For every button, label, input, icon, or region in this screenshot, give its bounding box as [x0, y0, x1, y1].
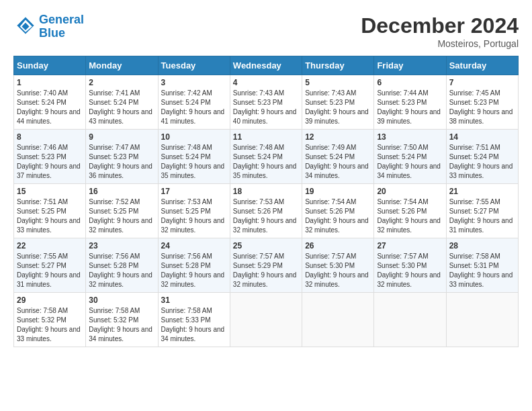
day-number: 1	[17, 78, 83, 87]
sunrise-text: Sunrise: 7:44 AM	[377, 89, 428, 97]
calendar-cell: 10Sunrise: 7:48 AMSunset: 5:24 PMDayligh…	[158, 130, 230, 184]
daylight-text: Daylight: 9 hours and 35 minutes.	[161, 163, 225, 179]
daylight-text: Daylight: 9 hours and 32 minutes.	[305, 217, 369, 234]
day-number: 25	[233, 241, 299, 250]
day-number: 9	[89, 132, 154, 142]
daylight-text: Daylight: 9 hours and 31 minutes.	[449, 217, 513, 234]
calendar-cell	[302, 293, 374, 347]
calendar-cell: 29Sunrise: 7:58 AMSunset: 5:32 PMDayligh…	[14, 293, 86, 347]
day-number: 20	[377, 187, 443, 196]
sunset-text: Sunset: 5:24 PM	[233, 153, 283, 161]
calendar-cell: 5Sunrise: 7:43 AMSunset: 5:23 PMDaylight…	[302, 75, 374, 130]
daylight-text: Daylight: 9 hours and 41 minutes.	[161, 108, 225, 125]
day-number: 11	[233, 132, 299, 142]
sunrise-text: Sunrise: 7:55 AM	[17, 253, 68, 260]
sunset-text: Sunset: 5:23 PM	[17, 153, 66, 161]
calendar-cell: 22Sunrise: 7:55 AMSunset: 5:27 PMDayligh…	[14, 238, 86, 293]
calendar-cell: 28Sunrise: 7:58 AMSunset: 5:31 PMDayligh…	[446, 238, 518, 293]
day-number: 4	[233, 78, 299, 87]
weekday-header-monday: Monday	[86, 56, 158, 75]
daylight-text: Daylight: 9 hours and 38 minutes.	[449, 108, 513, 125]
sunset-text: Sunset: 5:31 PM	[449, 262, 499, 269]
sunset-text: Sunset: 5:25 PM	[17, 208, 66, 215]
sunset-text: Sunset: 5:26 PM	[305, 208, 355, 215]
sunrise-text: Sunrise: 7:57 AM	[233, 253, 284, 260]
day-number: 14	[449, 132, 515, 142]
sunrise-text: Sunrise: 7:58 AM	[17, 307, 68, 314]
day-number: 27	[377, 241, 443, 250]
daylight-text: Daylight: 9 hours and 33 minutes.	[17, 326, 81, 342]
title-block: December 2024 Mosteiros, Portugal	[361, 13, 519, 49]
day-number: 29	[17, 295, 83, 305]
calendar-cell: 31Sunrise: 7:58 AMSunset: 5:33 PMDayligh…	[158, 293, 230, 347]
calendar-cell: 20Sunrise: 7:54 AMSunset: 5:26 PMDayligh…	[374, 184, 446, 238]
calendar-cell: 24Sunrise: 7:56 AMSunset: 5:28 PMDayligh…	[158, 238, 230, 293]
sunrise-text: Sunrise: 7:57 AM	[377, 253, 428, 260]
daylight-text: Daylight: 9 hours and 32 minutes.	[89, 271, 152, 288]
calendar-table: SundayMondayTuesdayWednesdayThursdayFrid…	[13, 56, 519, 347]
weekday-header-tuesday: Tuesday	[158, 56, 230, 75]
calendar-cell: 13Sunrise: 7:50 AMSunset: 5:24 PMDayligh…	[374, 130, 446, 184]
sunrise-text: Sunrise: 7:49 AM	[305, 144, 356, 151]
day-number: 24	[161, 241, 227, 250]
day-number: 7	[449, 78, 515, 87]
calendar-week-row: 22Sunrise: 7:55 AMSunset: 5:27 PMDayligh…	[14, 238, 519, 293]
day-number: 31	[161, 295, 227, 305]
daylight-text: Daylight: 9 hours and 43 minutes.	[89, 108, 152, 125]
calendar-cell: 15Sunrise: 7:51 AMSunset: 5:25 PMDayligh…	[14, 184, 86, 238]
day-number: 17	[161, 187, 227, 196]
sunset-text: Sunset: 5:24 PM	[161, 99, 211, 106]
weekday-header-thursday: Thursday	[302, 56, 374, 75]
calendar-cell	[374, 293, 446, 347]
daylight-text: Daylight: 9 hours and 37 minutes.	[17, 163, 81, 179]
sunrise-text: Sunrise: 7:41 AM	[89, 89, 140, 97]
sunrise-text: Sunrise: 7:52 AM	[89, 198, 140, 205]
calendar-cell: 27Sunrise: 7:57 AMSunset: 5:30 PMDayligh…	[374, 238, 446, 293]
sunset-text: Sunset: 5:32 PM	[89, 316, 138, 324]
calendar-cell: 26Sunrise: 7:57 AMSunset: 5:30 PMDayligh…	[302, 238, 374, 293]
calendar-cell: 30Sunrise: 7:58 AMSunset: 5:32 PMDayligh…	[86, 293, 158, 347]
weekday-header-friday: Friday	[374, 56, 446, 75]
sunset-text: Sunset: 5:33 PM	[161, 316, 211, 324]
daylight-text: Daylight: 9 hours and 39 minutes.	[305, 108, 369, 125]
daylight-text: Daylight: 9 hours and 33 minutes.	[17, 217, 81, 234]
sunrise-text: Sunrise: 7:43 AM	[305, 89, 356, 97]
sunset-text: Sunset: 5:25 PM	[89, 208, 138, 215]
sunrise-text: Sunrise: 7:43 AM	[233, 89, 284, 97]
day-number: 30	[89, 295, 154, 305]
daylight-text: Daylight: 9 hours and 35 minutes.	[233, 163, 297, 179]
calendar-cell: 1Sunrise: 7:40 AMSunset: 5:24 PMDaylight…	[14, 75, 86, 130]
sunrise-text: Sunrise: 7:51 AM	[17, 198, 68, 205]
sunset-text: Sunset: 5:26 PM	[377, 208, 427, 215]
daylight-text: Daylight: 9 hours and 33 minutes.	[449, 163, 513, 179]
sunrise-text: Sunrise: 7:51 AM	[449, 144, 500, 151]
day-number: 16	[89, 187, 154, 196]
location: Mosteiros, Portugal	[361, 38, 519, 49]
daylight-text: Daylight: 9 hours and 32 minutes.	[377, 271, 441, 288]
daylight-text: Daylight: 9 hours and 31 minutes.	[17, 271, 81, 288]
daylight-text: Daylight: 9 hours and 44 minutes.	[17, 108, 81, 125]
calendar-cell: 9Sunrise: 7:47 AMSunset: 5:23 PMDaylight…	[86, 130, 158, 184]
calendar-cell: 16Sunrise: 7:52 AMSunset: 5:25 PMDayligh…	[86, 184, 158, 238]
sunrise-text: Sunrise: 7:48 AM	[233, 144, 284, 151]
sunset-text: Sunset: 5:23 PM	[305, 99, 355, 106]
daylight-text: Daylight: 9 hours and 32 minutes.	[89, 217, 152, 234]
day-number: 22	[17, 241, 83, 250]
sunrise-text: Sunrise: 7:50 AM	[377, 144, 428, 151]
weekday-header-wednesday: Wednesday	[230, 56, 302, 75]
calendar-cell	[446, 293, 518, 347]
sunset-text: Sunset: 5:24 PM	[449, 153, 499, 161]
calendar-week-row: 8Sunrise: 7:46 AMSunset: 5:23 PMDaylight…	[14, 130, 519, 184]
sunrise-text: Sunrise: 7:54 AM	[377, 198, 428, 205]
calendar-week-row: 29Sunrise: 7:58 AMSunset: 5:32 PMDayligh…	[14, 293, 519, 347]
day-number: 26	[305, 241, 371, 250]
sunrise-text: Sunrise: 7:54 AM	[305, 198, 356, 205]
sunset-text: Sunset: 5:29 PM	[233, 262, 283, 269]
calendar-cell: 2Sunrise: 7:41 AMSunset: 5:24 PMDaylight…	[86, 75, 158, 130]
weekday-header-saturday: Saturday	[446, 56, 518, 75]
daylight-text: Daylight: 9 hours and 32 minutes.	[233, 217, 297, 234]
calendar-cell	[230, 293, 302, 347]
calendar-cell: 12Sunrise: 7:49 AMSunset: 5:24 PMDayligh…	[302, 130, 374, 184]
daylight-text: Daylight: 9 hours and 32 minutes.	[233, 271, 297, 288]
sunset-text: Sunset: 5:28 PM	[161, 262, 211, 269]
